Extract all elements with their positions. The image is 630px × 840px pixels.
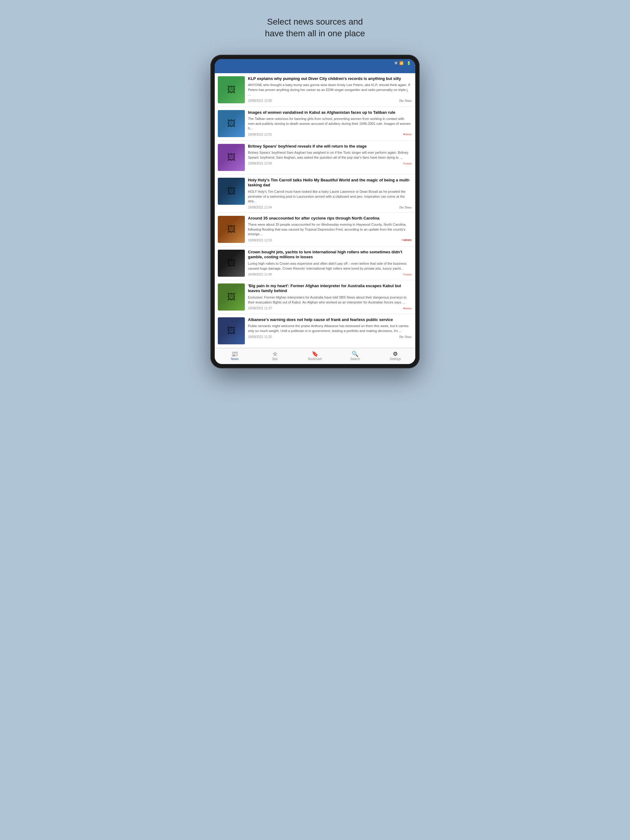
news-excerpt: There were about 35 people unaccounted f… <box>248 222 412 237</box>
news-excerpt: Luring high rollers to Crown was expensi… <box>248 261 412 271</box>
tab-bookmark[interactable]: 🔖 Bookmark <box>295 351 335 361</box>
news-content: Around 35 unaccounted for after cyclone … <box>248 216 412 242</box>
news-thumbnail: 🖼 <box>218 144 245 171</box>
news-headline: Britney Spears' boyfriend reveals if she… <box>248 144 412 149</box>
news-date: 19/08/2021 12:05 <box>248 99 272 103</box>
news-headline: Holy Holy's Tim Carroll talks Hello My B… <box>248 178 412 188</box>
news-item[interactable]: 🖼 'Big pain in my heart': Former Afghan … <box>215 280 415 314</box>
news-headline: Images of women vandalised in Kabul as A… <box>248 110 412 115</box>
news-excerpt: ANYONE who thought a baby bump was gonna… <box>248 83 412 97</box>
news-meta: 19/08/2021 11:37 ♥News <box>248 306 412 310</box>
news-source: The Times <box>399 99 412 103</box>
nav-bar <box>215 68 415 73</box>
news-meta: 19/08/2021 11:32 The Times <box>248 335 412 338</box>
news-excerpt: Exclusive: Former Afghan interpreters fo… <box>248 295 412 305</box>
news-content: KLP explains why pumping out Diver City … <box>248 76 412 103</box>
news-item[interactable]: 🖼 KLP explains why pumping out Diver Cit… <box>215 73 415 106</box>
news-excerpt: Britney Spears' boyfriend Sam Asghari ha… <box>248 150 412 160</box>
tab-settings[interactable]: ⚙ Settings <box>375 351 415 361</box>
news-headline: Crown bought jets, yachts to lure intern… <box>248 249 412 260</box>
news-source: ⁙NEWS <box>401 238 412 242</box>
news-item[interactable]: 🖼 Crown bought jets, yachts to lure inte… <box>215 246 415 280</box>
news-thumbnail: 🖼 <box>218 76 245 103</box>
ipad-frame: ⌘ 📶 🔋 🖼 KLP explains why pumping out Div… <box>211 55 419 368</box>
news-list[interactable]: 🖼 KLP explains why pumping out Diver Cit… <box>215 73 415 348</box>
news-meta: 19/08/2021 12:00 ⠿news <box>248 162 412 165</box>
news-thumbnail: 🖼 <box>218 110 245 137</box>
news-thumbnail: 🖼 <box>218 216 245 243</box>
news-date: 19/08/2021 11:32 <box>248 335 272 338</box>
news-item[interactable]: 🖼 Albanese's warning does not help cause… <box>215 314 415 347</box>
news-thumbnail: 🖼 <box>218 178 245 205</box>
news-source: ⠿news <box>403 162 412 165</box>
news-excerpt: The Taliban were notorious for banning g… <box>248 117 412 131</box>
news-item[interactable]: 🖼 Around 35 unaccounted for after cyclon… <box>215 213 415 246</box>
news-date: 19/08/2021 12:00 <box>248 162 272 165</box>
news-thumbnail: 🖼 <box>218 317 245 344</box>
tab-star[interactable]: ☆ Star <box>255 351 295 361</box>
news-content: Holy Holy's Tim Carroll talks Hello My B… <box>248 178 412 209</box>
status-icons: ⌘ 📶 🔋 <box>394 61 411 65</box>
star-icon: ☆ <box>272 351 277 357</box>
news-item[interactable]: 🖼 Holy Holy's Tim Carroll talks Hello My… <box>215 175 415 212</box>
news-headline: Around 35 unaccounted for after cyclone … <box>248 216 412 221</box>
search-icon: 🔍 <box>351 351 358 357</box>
tab-label-news: News <box>231 357 239 361</box>
wifi-signal: 📶 <box>399 61 404 65</box>
news-source: ⠿news <box>403 273 412 276</box>
settings-icon: ⚙ <box>393 351 398 357</box>
news-date: 19/08/2021 11:45 <box>248 273 272 276</box>
news-meta: 19/08/2021 11:54 The Times <box>248 206 412 209</box>
tab-news[interactable]: 📰 News <box>215 351 255 361</box>
news-item[interactable]: 🖼 Britney Spears' boyfriend reveals if s… <box>215 141 415 174</box>
news-thumbnail: 🖼 <box>218 249 245 277</box>
news-date: 19/08/2021 11:54 <box>248 206 272 209</box>
news-source: ♥News <box>403 133 412 136</box>
news-content: 'Big pain in my heart': Former Afghan in… <box>248 284 412 310</box>
news-meta: 19/08/2021 12:01 ♥News <box>248 133 412 136</box>
news-content: Britney Spears' boyfriend reveals if she… <box>248 144 412 166</box>
news-source: The Times <box>399 206 412 209</box>
tab-label-bookmark: Bookmark <box>308 357 322 361</box>
news-headline: Albanese's warning does not help cause o… <box>248 317 412 322</box>
news-content: Crown bought jets, yachts to lure intern… <box>248 249 412 276</box>
news-meta: 19/08/2021 11:45 ⠿news <box>248 273 412 276</box>
news-item[interactable]: 🖼 Images of women vandalised in Kabul as… <box>215 107 415 140</box>
news-source: The Times <box>399 335 412 338</box>
ipad-screen: ⌘ 📶 🔋 🖼 KLP explains why pumping out Div… <box>215 59 415 364</box>
app-subtitle: Select news sources andhave them all in … <box>265 16 365 39</box>
tab-search[interactable]: 🔍 Search <box>335 351 375 361</box>
news-content: Albanese's warning does not help cause o… <box>248 317 412 339</box>
tab-bar: 📰 News ☆ Star 🔖 Bookmark 🔍 Search ⚙ Sett… <box>215 348 415 364</box>
news-excerpt: Public servants might welcome the praise… <box>248 324 412 333</box>
wifi-icon: ⌘ <box>394 61 398 65</box>
news-meta: 19/08/2021 12:05 The Times <box>248 99 412 103</box>
tab-label-star: Star <box>272 357 277 361</box>
status-bar: ⌘ 📶 🔋 <box>215 59 415 68</box>
news-meta: 19/08/2021 11:53 ⁙NEWS <box>248 238 412 242</box>
news-headline: 'Big pain in my heart': Former Afghan in… <box>248 284 412 294</box>
bookmark-icon: 🔖 <box>312 351 318 357</box>
news-source: ♥News <box>403 307 412 310</box>
tab-label-settings: Settings <box>390 357 401 361</box>
news-thumbnail: 🖼 <box>218 284 245 311</box>
news-date: 19/08/2021 12:01 <box>248 133 272 136</box>
news-date: 19/08/2021 11:53 <box>248 238 272 242</box>
news-date: 19/08/2021 11:37 <box>248 306 272 310</box>
news-excerpt: HOLY Holy's Tim Carroll must have looked… <box>248 189 412 204</box>
news-icon: 📰 <box>231 351 238 357</box>
battery-icon: 🔋 <box>407 61 411 65</box>
news-headline: KLP explains why pumping out Diver City … <box>248 76 412 82</box>
news-content: Images of women vandalised in Kabul as A… <box>248 110 412 136</box>
tab-label-search: Search <box>350 357 360 361</box>
